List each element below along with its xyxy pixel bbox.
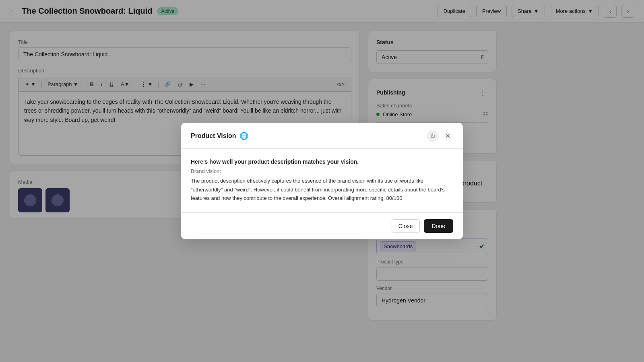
modal-close-button[interactable]: ✕ — [442, 130, 453, 142]
modal-done-btn[interactable]: Done — [424, 219, 453, 233]
modal-title: Product Vision — [191, 132, 236, 140]
modal-overlay[interactable]: Product Vision 🌐 ⏻ ✕ Here's how well you… — [0, 0, 644, 362]
modal-brand-label: Brand vision: — [191, 168, 453, 174]
modal-footer: Close Done — [181, 212, 463, 239]
close-icon: ✕ — [445, 132, 451, 140]
modal-body: Here's how well your product description… — [181, 149, 463, 212]
modal-title-row: Product Vision 🌐 — [191, 132, 248, 140]
modal-header-actions: ⏻ ✕ — [427, 130, 453, 142]
toggle-icon: ⏻ — [430, 133, 435, 139]
modal-headline: Here's how well your product description… — [191, 158, 453, 165]
modal-brand-vision-text: The product description effectively capt… — [191, 177, 453, 202]
modal-toggle-btn[interactable]: ⏻ — [427, 130, 439, 142]
product-vision-modal: Product Vision 🌐 ⏻ ✕ Here's how well you… — [181, 123, 463, 239]
modal-header: Product Vision 🌐 ⏻ ✕ — [181, 123, 463, 149]
modal-emoji-icon: 🌐 — [239, 132, 248, 140]
modal-close-btn[interactable]: Close — [392, 219, 420, 233]
